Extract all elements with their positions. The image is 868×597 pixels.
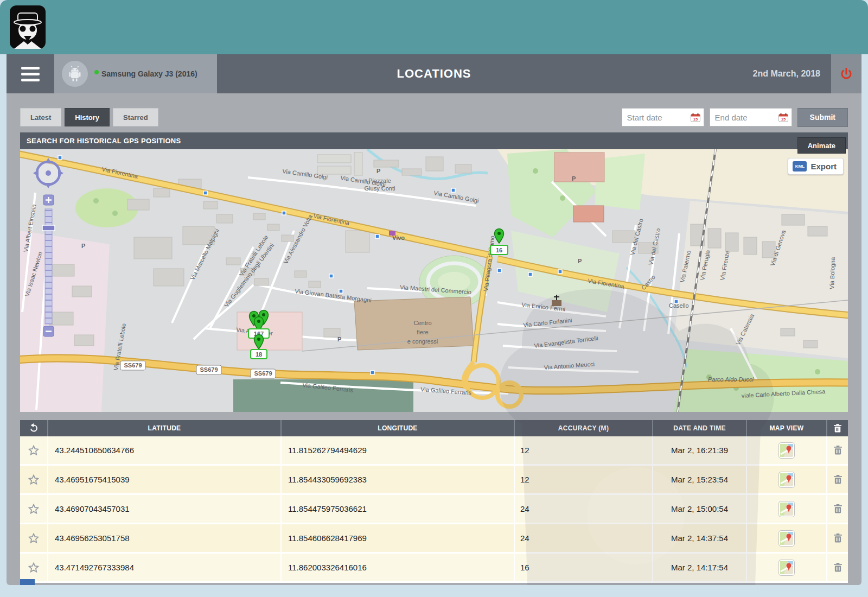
delete-row-button[interactable]	[833, 474, 843, 485]
svg-text:15: 15	[693, 117, 697, 122]
accuracy-value: 12	[514, 466, 652, 493]
end-date-field-wrap: 15	[710, 108, 792, 126]
menu-hamburger-icon[interactable]	[7, 54, 54, 93]
star-outline-icon	[28, 533, 39, 544]
datetime-value: Mar 2, 15:23:54	[652, 466, 746, 493]
map-pin-icon	[778, 472, 795, 488]
map-view-button[interactable]	[777, 558, 796, 577]
undo-star-icon	[29, 423, 39, 433]
table-row: 43.244510650634766 11.815262794494629 12…	[20, 436, 848, 466]
latitude-value: 43.46951675415039	[47, 466, 280, 493]
church-building	[552, 300, 561, 306]
star-toggle[interactable]	[27, 503, 40, 516]
table-row: 43.471492767333984 11.862003326416016 16…	[20, 554, 848, 583]
latitude-value: 43.471492767333984	[47, 554, 280, 581]
submit-button[interactable]: Submit	[797, 108, 848, 127]
datetime-value: Mar 2, 16:21:39	[652, 436, 746, 464]
delete-all-button[interactable]	[826, 420, 848, 436]
latitude-value: 43.244510650634766	[47, 436, 280, 464]
svg-text:P: P	[572, 175, 576, 182]
accuracy-value: 24	[514, 524, 652, 552]
longitude-value: 11.854433059692383	[280, 466, 514, 493]
tab-history[interactable]: History	[65, 108, 110, 126]
section-header: SEARCH FOR HISTORICAL GPS POSITIONS Anim…	[20, 132, 848, 149]
svg-text:SS679: SS679	[124, 362, 142, 369]
svg-text:P: P	[337, 336, 341, 342]
svg-text:SS679: SS679	[254, 370, 272, 377]
trash-icon	[834, 424, 841, 433]
map-view-button[interactable]	[777, 441, 796, 460]
datetime-value: Mar 2, 15:00:54	[652, 495, 746, 523]
star-outline-icon	[28, 474, 39, 485]
delete-row-button[interactable]	[833, 503, 843, 515]
delete-row-button[interactable]	[833, 532, 843, 544]
header-latitude: LATITUDE	[47, 420, 280, 436]
table-row: 43.46956253051758 11.854606628417969 24 …	[20, 524, 848, 554]
header-map-view: MAP VIEW	[746, 420, 826, 436]
trash-icon	[834, 475, 842, 484]
tab-starred[interactable]: Starred	[113, 108, 158, 126]
star-outline-icon	[28, 445, 39, 456]
accuracy-value: 16	[514, 554, 652, 581]
map-pin-icon	[778, 560, 795, 576]
svg-text:Casello: Casello	[669, 302, 689, 309]
star-toggle[interactable]	[27, 561, 40, 574]
latitude-value: 43.46956253051758	[47, 524, 280, 552]
longitude-value: 11.862003326416016	[280, 554, 514, 581]
export-kml-button[interactable]: KML Export	[788, 158, 844, 175]
device-selector[interactable]: Samsung Galaxy J3 (2016)	[54, 54, 217, 93]
svg-text:Parco Aldo Ducci: Parco Aldo Ducci	[708, 376, 754, 383]
star-toggle[interactable]	[27, 444, 40, 457]
animate-button[interactable]: Animate	[797, 137, 846, 154]
accuracy-value: 12	[514, 436, 652, 464]
svg-text:Centro: Centro	[413, 320, 431, 326]
svg-text:Giusy Conti: Giusy Conti	[365, 185, 395, 192]
positions-table: LATITUDE LONGITUDE ACCURACY (M) DATE AND…	[20, 420, 848, 583]
trash-icon	[834, 504, 842, 513]
svg-text:15: 15	[781, 117, 785, 122]
svg-text:e congressi: e congressi	[407, 338, 438, 345]
spy-logo-icon[interactable]	[10, 5, 46, 51]
header-datetime: DATE AND TIME	[652, 420, 746, 436]
map-view-button[interactable]	[777, 529, 796, 548]
power-icon	[840, 67, 853, 80]
delete-row-button[interactable]	[833, 562, 843, 573]
map-pin-icon	[778, 530, 795, 547]
svg-text:16: 16	[496, 247, 502, 253]
star-outline-icon	[28, 504, 39, 515]
longitude-value: 11.854606628417969	[280, 524, 514, 552]
tab-latest[interactable]: Latest	[20, 108, 61, 126]
svg-text:SS679: SS679	[200, 366, 218, 373]
map-canvas[interactable]: Via Fiorentina Via Fiorentina Via Fioren…	[20, 149, 848, 412]
star-toggle[interactable]	[27, 532, 40, 545]
longitude-value: 11.854475975036621	[280, 495, 514, 523]
app-window: Samsung Galaxy J3 (2016) LOCATIONS 2nd M…	[0, 0, 868, 597]
zoom-slider-handle[interactable]	[42, 225, 55, 231]
calendar-icon[interactable]: 15	[691, 113, 700, 124]
online-status-dot	[94, 70, 99, 74]
svg-text:P: P	[376, 168, 380, 174]
clear-starred-button[interactable]	[20, 420, 47, 436]
trash-icon	[834, 446, 842, 455]
svg-text:Piazzale: Piazzale	[368, 177, 391, 184]
star-toggle[interactable]	[27, 473, 40, 486]
map-view-button[interactable]	[777, 471, 796, 489]
shop-marker	[389, 231, 395, 236]
datetime-value: Mar 2, 14:17:54	[652, 554, 746, 581]
svg-text:P: P	[81, 243, 85, 249]
accuracy-value: 24	[514, 495, 652, 523]
logout-power-button[interactable]	[831, 54, 861, 93]
footer-partial-element	[20, 579, 35, 585]
map-pin-icon	[778, 442, 795, 459]
svg-text:P: P	[578, 258, 582, 264]
delete-row-button[interactable]	[833, 444, 843, 456]
trash-icon	[834, 563, 842, 572]
current-date: 2nd March, 2018	[753, 54, 832, 93]
table-row: 43.46951675415039 11.854433059692383 12 …	[20, 466, 848, 495]
trash-icon	[834, 534, 842, 543]
map-container[interactable]: Via Fiorentina Via Fiorentina Via Fioren…	[20, 149, 848, 412]
section-title: SEARCH FOR HISTORICAL GPS POSITIONS	[27, 137, 181, 145]
header-longitude: LONGITUDE	[280, 420, 514, 436]
map-view-button[interactable]	[777, 500, 796, 518]
calendar-icon[interactable]: 15	[778, 113, 788, 124]
